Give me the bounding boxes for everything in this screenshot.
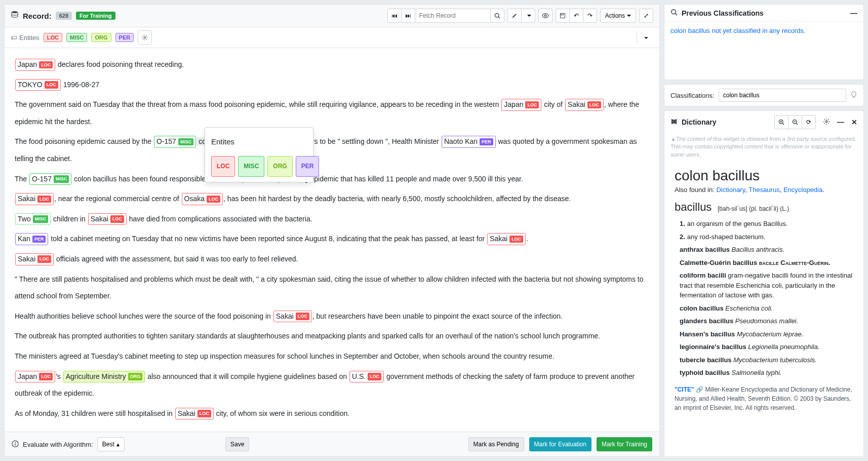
- prev-class-message[interactable]: colon bacillus not yet classified in any…: [670, 27, 806, 34]
- svg-point-3: [544, 15, 546, 17]
- history-group: ↶ ↷: [556, 9, 597, 23]
- mark-evaluation-button[interactable]: Mark for Evaluation: [529, 437, 591, 451]
- save-button[interactable]: Save: [225, 437, 249, 451]
- popover-loc[interactable]: LOC: [211, 156, 235, 177]
- mark-pending-button[interactable]: Mark as Pending: [468, 437, 524, 451]
- fetch-search-button[interactable]: [490, 9, 504, 23]
- undo-button[interactable]: ↶: [569, 9, 583, 23]
- entity-filter-loc[interactable]: LOC: [44, 33, 62, 42]
- record-status-badge: For Training: [76, 12, 115, 20]
- entity-span[interactable]: KanPER: [15, 233, 48, 245]
- previous-classifications-panel: Previous Classifications — colon bacillu…: [664, 4, 864, 80]
- svg-point-10: [672, 10, 676, 14]
- entity-span[interactable]: SakaiLOC: [565, 99, 604, 111]
- highlight-group: [507, 9, 535, 23]
- record-header: Record: 628 For Training ⏮ ⏭: [5, 5, 659, 27]
- link-icon: 🔗: [696, 386, 703, 393]
- zoom-in-button[interactable]: [774, 115, 788, 129]
- close-icon[interactable]: ✕: [851, 118, 857, 126]
- popover-org[interactable]: ORG: [267, 156, 292, 177]
- entity-span[interactable]: Agriculture MinistryORG: [63, 371, 145, 383]
- entity-span[interactable]: Naoto KanPER: [442, 136, 496, 148]
- dict-content: colon bacillus Also found in: Dictionary…: [664, 164, 863, 425]
- entity-span[interactable]: SakaiLOC: [487, 233, 526, 245]
- svg-line-14: [782, 123, 784, 125]
- dict-pronunciation: [bah-sil´us] (pl. bacil´li) (L.): [718, 205, 789, 212]
- fetch-record-input[interactable]: [415, 9, 491, 23]
- entity-span[interactable]: JapanLOC: [15, 371, 55, 383]
- link-encyclopedia[interactable]: Encyclopedia: [783, 186, 822, 194]
- entity-span[interactable]: U.S.LOC: [349, 371, 384, 383]
- entity-span[interactable]: O-157MISC: [154, 136, 196, 148]
- prev-record-button[interactable]: ⏮: [387, 9, 402, 23]
- dict-definitions: 1.an organism of the genus Bacillus. 2.a…: [675, 219, 853, 378]
- entity-filter-org[interactable]: ORG: [91, 33, 111, 42]
- entity-settings-button[interactable]: [138, 30, 152, 45]
- entity-filter-misc[interactable]: MISC: [66, 33, 88, 42]
- svg-rect-9: [15, 443, 15, 445]
- brush-dropdown-button[interactable]: [521, 9, 535, 23]
- link-dictionary[interactable]: Dictionary: [716, 186, 745, 194]
- entity-span[interactable]: SakaiLOC: [273, 311, 312, 323]
- svg-point-20: [825, 121, 827, 123]
- minimize-icon[interactable]: —: [850, 9, 857, 17]
- entity-filter-per[interactable]: PER: [115, 33, 134, 42]
- minimize-icon[interactable]: —: [837, 118, 844, 126]
- actions-dropdown-button[interactable]: Actions: [600, 9, 636, 23]
- record-label: Record:: [23, 12, 52, 20]
- entity-span[interactable]: JapanLOC: [501, 99, 541, 111]
- gear-icon[interactable]: [823, 118, 830, 127]
- eval-label: Evaluate with Algorithm:: [23, 441, 93, 448]
- dict-headword: bacillus: [675, 201, 712, 214]
- main-panel: Record: 628 For Training ⏮ ⏭: [4, 4, 660, 457]
- panel-title: Previous Classifications: [682, 9, 764, 17]
- algorithm-dropdown[interactable]: Best ▴: [97, 437, 125, 451]
- svg-line-18: [796, 123, 798, 125]
- dict-citation: "CITE" 🔗 Miller-Keane Encyclopedia and D…: [675, 381, 853, 416]
- next-record-button[interactable]: ⏭: [401, 9, 415, 23]
- svg-rect-5: [561, 14, 564, 15]
- entity-span[interactable]: SakaiLOC: [175, 408, 214, 420]
- entity-span[interactable]: O-157MISC: [29, 173, 71, 185]
- document-body[interactable]: Entites LOC MISC ORG PER JapanLOC declar…: [5, 48, 659, 432]
- cite-label[interactable]: "CITE": [675, 386, 694, 393]
- popover-misc[interactable]: MISC: [238, 156, 264, 177]
- lightbulb-icon[interactable]: [850, 91, 857, 100]
- zoom-out-button[interactable]: [788, 115, 802, 129]
- link-thesaurus[interactable]: Thesaurus: [748, 186, 779, 194]
- entity-span[interactable]: OsakaLOC: [182, 193, 223, 205]
- entity-span[interactable]: JapanLOC: [15, 59, 55, 71]
- dict-title: Dictionary: [682, 118, 716, 126]
- nav-fetch-group: ⏮ ⏭: [387, 9, 504, 23]
- entity-span[interactable]: SakaiLOC: [88, 213, 127, 225]
- svg-point-6: [144, 37, 146, 39]
- entity-span[interactable]: SakaiLOC: [15, 253, 54, 265]
- refresh-button[interactable]: ⟳: [802, 115, 816, 129]
- warning-icon: ▲: [670, 136, 676, 142]
- redo-button[interactable]: ↷: [583, 9, 597, 23]
- expand-button[interactable]: ⤢: [639, 9, 653, 23]
- entities-bar: 🏷 Entites LOC MISC ORG PER: [5, 27, 659, 48]
- info-icon: [12, 440, 19, 449]
- entities-dropdown-toggle[interactable]: [637, 31, 653, 45]
- classifications-input[interactable]: [719, 89, 846, 102]
- dict-warning: ▲The content of this widget is obtained …: [664, 133, 863, 164]
- svg-point-0: [12, 11, 18, 13]
- svg-point-8: [15, 442, 16, 443]
- database-icon: [11, 11, 19, 21]
- mark-training-button[interactable]: Mark for Training: [597, 437, 652, 451]
- classifications-input-panel: Classifications:: [664, 84, 864, 106]
- brush-button[interactable]: [507, 9, 522, 23]
- classifications-label: Classifications:: [670, 92, 715, 99]
- preview-button[interactable]: [538, 9, 553, 23]
- dict-found-in: Also found in: Dictionary, Thesaurus, En…: [675, 186, 853, 194]
- entity-span[interactable]: TwoMISC: [15, 213, 51, 225]
- search-icon: [670, 9, 678, 17]
- svg-point-1: [495, 14, 499, 18]
- svg-line-2: [498, 17, 500, 18]
- save-icon-button[interactable]: [556, 9, 570, 23]
- entity-span[interactable]: SakaiLOC: [15, 193, 54, 205]
- entity-span[interactable]: TOKYOLOC: [15, 79, 61, 91]
- popover-per[interactable]: PER: [296, 156, 320, 177]
- dict-term: colon bacillus: [675, 168, 853, 184]
